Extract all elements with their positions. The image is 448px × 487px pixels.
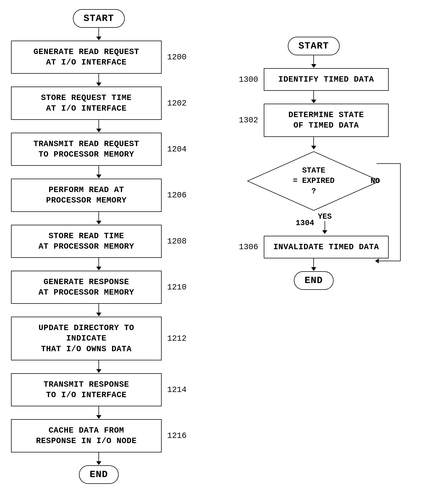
left-flowchart: START GENERATE READ REQUESTAT I/O INTERF… <box>11 9 187 484</box>
node-1208: STORE READ TIMEAT PROCESSOR MEMORY <box>11 225 162 258</box>
node-1300-row: 1300 IDENTIFY TIMED DATA <box>239 68 389 91</box>
node-1212: UPDATE DIRECTORY TO INDICATETHAT I/O OWN… <box>11 317 162 360</box>
yes-line <box>325 221 325 230</box>
arrow-4 <box>96 166 101 179</box>
arrow-8 <box>96 360 101 373</box>
label-1200: 1200 <box>167 53 187 62</box>
yes-branch: 1304 YES <box>244 212 384 234</box>
yes-arrow: YES <box>318 212 332 234</box>
label-1208: 1208 <box>167 237 187 246</box>
label-1304: 1304 <box>296 219 314 227</box>
node-1210-row: GENERATE RESPONSEAT PROCESSOR MEMORY 121… <box>11 271 187 304</box>
arrow-6 <box>96 258 101 271</box>
label-1204: 1204 <box>167 145 187 154</box>
right-flowchart: START 1300 IDENTIFY TIMED DATA 1302 DETE… <box>239 37 389 290</box>
node-1212-row: UPDATE DIRECTORY TO INDICATETHAT I/O OWN… <box>11 317 187 360</box>
node-1210: GENERATE RESPONSEAT PROCESSOR MEMORY <box>11 271 162 304</box>
yes-path: 1304 YES <box>244 212 384 234</box>
yes-arrowhead <box>322 230 327 234</box>
node-1302-row: 1302 DETERMINE STATEOF TIMED DATA <box>239 104 389 137</box>
yes-label-row: 1304 YES <box>296 212 332 234</box>
left-start-label: START <box>73 9 125 28</box>
label-1300-left: 1300 <box>239 75 258 84</box>
label-1206: 1206 <box>167 191 187 200</box>
node-1200-row: GENERATE READ REQUESTAT I/O INTERFACE 12… <box>11 41 187 74</box>
right-arrow-4 <box>311 258 316 271</box>
arrow-1 <box>96 28 101 41</box>
left-end-node: END <box>79 465 119 484</box>
label-1212: 1212 <box>167 334 187 343</box>
left-start-node: START <box>73 9 125 28</box>
node-1214: TRANSMIT RESPONSETO I/O INTERFACE <box>11 373 162 406</box>
node-1302: DETERMINE STATEOF TIMED DATA <box>264 104 389 137</box>
right-start-label: START <box>288 37 340 55</box>
node-1300: IDENTIFY TIMED DATA <box>264 68 389 91</box>
diamond-container: STATE= EXPIRED? NO <box>244 150 384 212</box>
node-1204-row: TRANSMIT READ REQUESTTO PROCESSOR MEMORY… <box>11 133 187 166</box>
right-end-label: END <box>294 271 334 290</box>
node-1204: TRANSMIT READ REQUESTTO PROCESSOR MEMORY <box>11 133 162 166</box>
right-arrow-2 <box>311 91 316 104</box>
node-1216: CACHE DATA FROMRESPONSE IN I/O NODE <box>11 419 162 452</box>
node-1208-row: STORE READ TIMEAT PROCESSOR MEMORY 1208 <box>11 225 187 258</box>
arrow-9 <box>96 406 101 419</box>
node-1306: INVALIDATE TIMED DATA <box>264 236 389 258</box>
arrow-7 <box>96 304 101 317</box>
label-1214: 1214 <box>167 385 187 394</box>
label-1216: 1216 <box>167 431 187 440</box>
diamond-yes-label: YES <box>318 212 332 221</box>
arrow-5 <box>96 212 101 225</box>
node-1206: PERFORM READ ATPROCESSOR MEMORY <box>11 179 162 212</box>
arrow-2 <box>96 74 101 87</box>
node-1202: STORE REQUEST TIMEAT I/O INTERFACE <box>11 87 162 120</box>
node-1202-row: STORE REQUEST TIMEAT I/O INTERFACE 1202 <box>11 87 187 120</box>
node-1216-row: CACHE DATA FROMRESPONSE IN I/O NODE 1216 <box>11 419 187 452</box>
right-end-node: END <box>294 271 334 290</box>
diamond-no-label: NO <box>370 177 380 186</box>
label-1202: 1202 <box>167 99 187 108</box>
diamond-text: STATE= EXPIRED? <box>293 165 335 197</box>
label-1210: 1210 <box>167 283 187 292</box>
right-arrow-1 <box>311 55 316 68</box>
right-start-node: START <box>288 37 340 55</box>
left-end-label: END <box>79 465 119 484</box>
node-1306-row: 1306 INVALIDATE TIMED DATA <box>239 236 389 258</box>
arrow-3 <box>96 120 101 133</box>
arrow-10 <box>96 453 101 465</box>
label-1302-left: 1302 <box>239 116 258 125</box>
node-1214-row: TRANSMIT RESPONSETO I/O INTERFACE 1214 <box>11 373 187 406</box>
label-1306-left: 1306 <box>239 242 258 252</box>
node-1206-row: PERFORM READ ATPROCESSOR MEMORY 1206 <box>11 179 187 212</box>
node-1200: GENERATE READ REQUESTAT I/O INTERFACE <box>11 41 162 74</box>
right-arrow-3 <box>311 137 316 150</box>
